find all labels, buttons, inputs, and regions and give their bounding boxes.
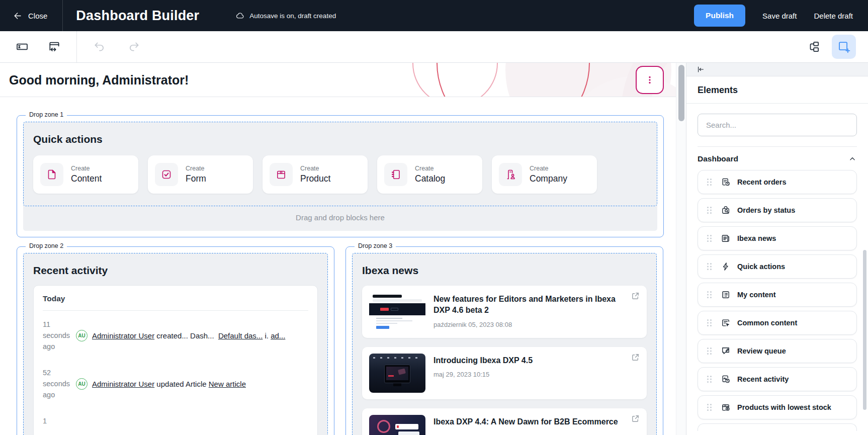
newspaper-icon — [721, 233, 731, 243]
layout-width-button[interactable] — [45, 38, 63, 56]
main-scrollbar[interactable] — [676, 63, 686, 435]
collapse-panel-icon[interactable] — [697, 65, 705, 73]
drop-zone-label: Drop zone 2 — [26, 242, 67, 249]
tree-icon — [807, 40, 820, 53]
dashboard-section-header[interactable]: Dashboard — [698, 154, 857, 163]
element-item-my-content[interactable]: My content — [698, 283, 857, 307]
element-item-recent-activity[interactable]: Recent activity — [698, 367, 857, 391]
content-file-icon — [46, 168, 58, 181]
activity-link[interactable]: ad... — [271, 331, 285, 340]
element-item-recent-orders[interactable]: Recent orders — [698, 170, 857, 194]
add-elements-button[interactable] — [832, 35, 856, 59]
drag-handle-icon[interactable] — [707, 347, 712, 355]
activity-link[interactable]: Administrator User — [92, 380, 154, 388]
news-thumbnail — [369, 354, 425, 393]
drop-zone-3[interactable]: Drop zone 3 Ibexa news New features for … — [345, 246, 663, 435]
element-item-review-queue[interactable]: Review queue — [698, 339, 857, 363]
drag-handle-icon[interactable] — [707, 207, 712, 214]
news-card[interactable]: Ibexa DXP 4.4: A New Dawn for B2B Ecomme… — [362, 408, 647, 435]
external-link-icon[interactable] — [630, 291, 641, 301]
element-item-partial[interactable] — [698, 423, 857, 431]
workspace: Good morning, Administrator! Drop zone 1… — [0, 63, 868, 435]
news-list: New features for Editors and Marketers i… — [362, 286, 647, 435]
drag-handle-icon[interactable] — [707, 263, 712, 271]
box-arrow-down-icon — [721, 402, 731, 412]
quick-action-iconbox — [384, 163, 407, 186]
external-link-icon[interactable] — [630, 413, 641, 424]
element-item-orders-by-status[interactable]: Orders by status — [698, 198, 857, 222]
activity-description: AUAdministrator User updated Article New… — [76, 378, 308, 390]
activity-link[interactable]: New article — [209, 380, 246, 388]
drop-zone-2-area: Recent activity Today 11secondsagoAUAdmi… — [23, 253, 328, 435]
close-button[interactable]: Close — [0, 0, 63, 31]
dashboard-options-button[interactable] — [636, 66, 664, 94]
element-item-label: Ibexa news — [737, 234, 776, 242]
arrow-left-icon — [13, 11, 23, 21]
widget-title: Recent activity — [33, 265, 318, 277]
activity-text-segment: i. — [263, 331, 271, 340]
activity-text-segment: created... Dash... — [154, 331, 218, 340]
quick-actions-widget[interactable]: Quick actions CreateContentCreateFormCre… — [23, 122, 657, 206]
external-link-icon[interactable] — [630, 352, 641, 363]
bag-search-icon — [721, 205, 731, 215]
news-card[interactable]: New features for Editors and Marketers i… — [362, 286, 647, 338]
element-item-label: Products with lowest stock — [737, 403, 831, 411]
quick-action-text: CreateCompany — [530, 165, 567, 184]
undo-button[interactable] — [90, 38, 108, 56]
quick-action-text: CreateForm — [186, 165, 206, 184]
element-item-products-with-lowest-stock[interactable]: Products with lowest stock — [698, 395, 857, 419]
activity-timestamp: 1 — [43, 415, 75, 426]
drag-handle-icon[interactable] — [707, 235, 712, 242]
element-item-ibexa-news[interactable]: Ibexa news — [698, 226, 857, 250]
element-item-quick-actions[interactable]: Quick actions — [698, 254, 857, 279]
drag-handle-icon[interactable] — [707, 179, 712, 186]
main-scrollbar-thumb[interactable] — [678, 65, 684, 121]
drop-zone-1-area: Quick actions CreateContentCreateFormCre… — [23, 122, 657, 231]
drop-zone-1[interactable]: Drop zone 1 Quick actions CreateContentC… — [17, 115, 664, 237]
drag-handle-icon[interactable] — [707, 376, 712, 383]
drag-handle-icon[interactable] — [707, 319, 712, 327]
drag-handle-icon[interactable] — [707, 404, 712, 411]
quick-action-card-company[interactable]: CreateCompany — [492, 155, 597, 194]
canvas-header: Good morning, Administrator! — [0, 63, 676, 97]
quick-action-text: CreateContent — [71, 165, 102, 184]
drag-handle-icon[interactable] — [707, 291, 712, 299]
activity-text: Administrator User created... Dash... De… — [92, 331, 285, 340]
timestamp-word: seconds — [43, 330, 75, 341]
drop-zone-2[interactable]: Drop zone 2 Recent activity Today 11seco… — [17, 246, 334, 435]
quick-action-card-content[interactable]: CreateContent — [33, 155, 138, 194]
toggle-fields-panel-button[interactable] — [13, 38, 31, 56]
sidebar-scrollbar-thumb[interactable] — [863, 250, 866, 410]
redo-button[interactable] — [125, 38, 143, 56]
element-item-common-content[interactable]: Common content — [698, 311, 857, 335]
recent-activity-widget[interactable]: Recent activity Today 11secondsagoAUAdmi… — [23, 253, 328, 435]
page-title: Dashboard Builder — [76, 8, 199, 24]
widget-title: Ibexa news — [362, 265, 647, 277]
redo-icon — [128, 40, 141, 53]
quick-action-label: Catalog — [415, 173, 445, 184]
save-draft-button[interactable]: Save draft — [762, 12, 797, 20]
activity-entry: 11secondsagoAUAdministrator User created… — [43, 319, 308, 352]
drop-zone-label: Drop zone 3 — [355, 242, 396, 249]
quick-action-label: Company — [530, 173, 567, 184]
publish-button[interactable]: Publish — [694, 5, 745, 27]
quick-action-kicker: Create — [530, 165, 567, 172]
elements-sidebar: Elements Dashboard Recent ordersOrders b… — [686, 63, 868, 435]
activity-link[interactable]: Administrator User — [92, 331, 154, 340]
quick-action-card-catalog[interactable]: CreateCatalog — [377, 155, 482, 194]
quick-action-card-product[interactable]: CreateProduct — [263, 155, 368, 194]
comment-pencil-icon — [721, 346, 731, 356]
news-card[interactable]: Introducing Ibexa DXP 4.5maj 29, 2023 10… — [362, 347, 647, 399]
activity-link[interactable]: Default das... — [218, 331, 263, 340]
timestamp-word: 1 — [43, 415, 75, 426]
structure-view-button[interactable] — [805, 38, 823, 56]
company-building-icon — [504, 168, 516, 181]
autosave-status-text: Autosave is on, draft created — [249, 12, 336, 20]
search-input[interactable] — [698, 114, 857, 136]
ibexa-news-widget[interactable]: Ibexa news New features for Editors and … — [352, 253, 657, 435]
add-block-icon — [837, 40, 851, 54]
delete-draft-button[interactable]: Delete draft — [814, 12, 853, 20]
cloud-icon — [235, 11, 245, 21]
greeting-title: Good morning, Administrator! — [0, 63, 676, 88]
quick-action-card-form[interactable]: CreateForm — [148, 155, 253, 194]
